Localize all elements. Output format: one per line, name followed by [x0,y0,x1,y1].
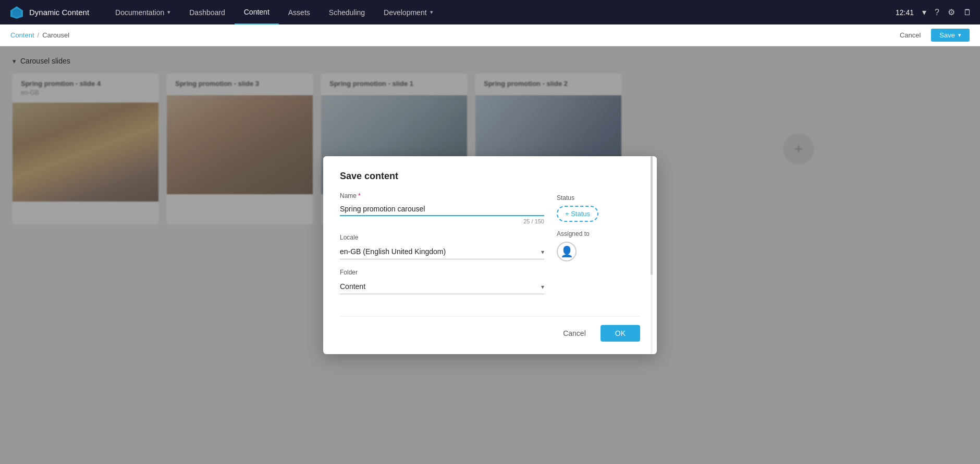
breadcrumb-cancel-button[interactable]: Cancel [895,29,926,41]
nav-item-documentation[interactable]: Documentation ▾ [106,0,180,24]
top-navigation: Dynamic Content Documentation ▾ Dashboar… [0,0,980,24]
dialog-body: Name * 25 / 150 Locale en-GB (English Un… [340,192,640,304]
documentation-dropdown-icon: ▾ [167,9,170,16]
assigned-section: Assigned to 👤 [557,230,640,261]
nav-item-scheduling[interactable]: Scheduling [320,0,374,24]
locale-select[interactable]: en-GB (English United Kingdom)en-US (Eng… [340,244,544,259]
name-input[interactable] [340,203,544,216]
user-avatar-icon: 👤 [560,245,573,258]
dialog-left-column: Name * 25 / 150 Locale en-GB (English Un… [340,192,544,304]
status-label: Status [557,194,640,202]
folder-form-group: Folder ContentArchiveDrafts ▾ [340,269,544,294]
dialog-right-column: Status + Status Assigned to 👤 [557,192,640,304]
modal-overlay: Save content Name * 25 / 150 [0,46,980,464]
nav-time: 12:41 [896,8,914,17]
folder-label: Folder [340,269,544,276]
name-form-group: Name * 25 / 150 [340,192,544,224]
folder-select[interactable]: ContentArchiveDrafts [340,279,544,294]
breadcrumb-bar: Content / Carousel Cancel Save ▾ [0,24,980,46]
dialog-footer: Cancel OK [340,316,640,342]
add-status-button[interactable]: + Status [557,206,598,222]
dialog-ok-button[interactable]: OK [601,325,640,342]
breadcrumb: Content / Carousel [10,31,69,39]
assigned-user-avatar: 👤 [557,242,577,261]
app-logo[interactable] [8,4,25,21]
dialog-cancel-button[interactable]: Cancel [555,325,594,342]
dialog-title: Save content [340,171,640,182]
assigned-label: Assigned to [557,230,640,237]
breadcrumb-current: Carousel [42,31,69,39]
nav-items: Documentation ▾ Dashboard Content Assets… [106,0,896,24]
char-count: 25 / 150 [340,218,544,224]
settings-icon[interactable]: ⚙ [948,7,955,17]
main-area: ▾ Carousel slides Spring promtion - slid… [0,46,980,464]
locale-form-group: Locale en-GB (English United Kingdom)en-… [340,234,544,259]
name-required-indicator: * [358,192,361,199]
breadcrumb-parent[interactable]: Content [10,31,34,39]
status-section: Status + Status [557,194,640,222]
help-icon[interactable]: ? [935,8,939,17]
nav-item-content[interactable]: Content [235,0,279,24]
breadcrumb-actions: Cancel Save ▾ [895,29,970,42]
user-icon[interactable]: 🗒 [963,8,972,17]
name-label: Name * [340,192,544,199]
nav-item-development[interactable]: Development ▾ [374,0,443,24]
dialog-scrollbar[interactable] [651,156,653,354]
development-dropdown-icon: ▾ [430,9,433,16]
locale-label: Locale [340,234,544,241]
breadcrumb-save-button[interactable]: Save ▾ [931,29,970,42]
nav-item-assets[interactable]: Assets [279,0,320,24]
app-title: Dynamic Content [29,8,89,17]
dropdown-arrow-icon[interactable]: ▾ [922,7,926,17]
save-dropdown-icon: ▾ [958,32,961,39]
nav-item-dashboard[interactable]: Dashboard [180,0,235,24]
nav-right: 12:41 ▾ ? ⚙ 🗒 [896,7,972,17]
breadcrumb-separator: / [38,31,40,39]
save-content-dialog: Save content Name * 25 / 150 [323,156,657,354]
